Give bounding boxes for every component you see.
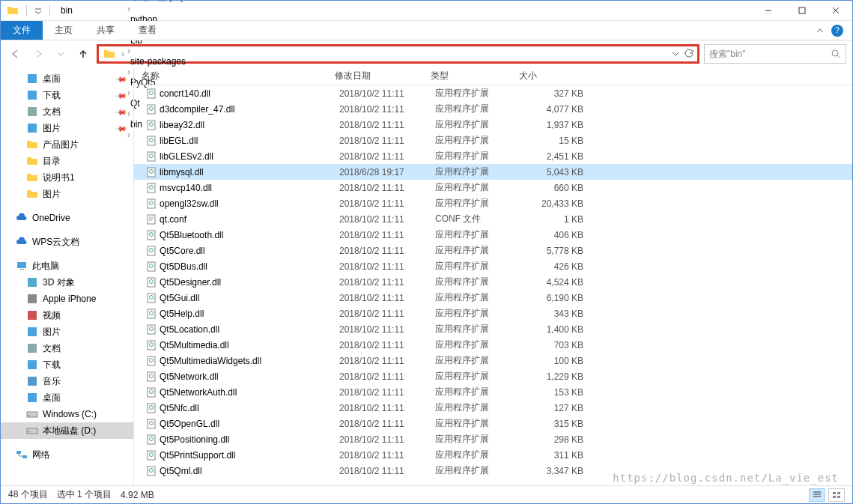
file-row[interactable]: Qt5NetworkAuth.dll2018/10/2 11:11应用程序扩展1… [134,384,852,400]
sidebar-item[interactable]: 桌面 [1,389,133,406]
file-row[interactable]: Qt5Gui.dll2018/10/2 11:11应用程序扩展6,190 KB [134,290,852,306]
sidebar-item[interactable]: WPS云文档 [1,234,133,250]
close-button[interactable] [819,1,852,21]
sidebar-item[interactable]: 此电脑 [1,258,133,274]
file-row[interactable]: libeay32.dll2018/10/2 11:11应用程序扩展1,937 K… [134,117,852,133]
sidebar-item-label: 图片 [43,122,61,135]
sidebar-item[interactable]: Apple iPhone [1,291,133,307]
chevron-right-icon[interactable]: › [126,4,132,14]
file-row[interactable]: Qt5Location.dll2018/10/2 11:11应用程序扩展1,40… [134,321,852,337]
net-icon [16,449,28,461]
file-row[interactable]: Qt5Network.dll2018/10/2 11:11应用程序扩展1,229… [134,368,852,384]
svg-rect-10 [28,311,37,320]
video-icon [26,309,38,321]
sidebar-item[interactable]: 下载 [1,356,133,373]
qat-overflow-icon[interactable] [34,7,42,14]
sidebar-item[interactable]: 网络 [1,446,133,463]
tab-home[interactable]: 主页 [43,21,85,40]
file-row[interactable]: libmysql.dll2018/6/28 19:17应用程序扩展5,043 K… [134,164,852,180]
sidebar-item[interactable]: 视频 [1,307,133,324]
file-row[interactable]: libEGL.dll2018/10/2 11:11应用程序扩展15 KB [134,133,852,148]
col-type[interactable]: 类型 [423,70,512,82]
sidebar-item[interactable]: Windows (C:) [1,406,133,422]
pin-icon: 📌 [115,122,127,134]
sidebar[interactable]: 桌面📌下载📌文档📌图片📌产品图片目录说明书1图片OneDriveWPS云文档此电… [1,67,134,485]
col-date[interactable]: 修改日期 [327,70,423,82]
sidebar-item[interactable]: OneDrive [1,210,133,226]
file-row[interactable]: msvcp140.dll2018/10/2 11:11应用程序扩展660 KB [134,180,852,195]
chevron-right-icon[interactable]: › [126,46,132,56]
file-type: 应用程序扩展 [435,433,523,446]
file-row[interactable]: Qt5Positioning.dll2018/10/2 11:11应用程序扩展2… [134,431,852,447]
file-row[interactable]: Qt5Bluetooth.dll2018/10/2 11:11应用程序扩展406… [134,227,852,243]
file-date: 2018/10/2 11:11 [339,183,435,193]
col-size[interactable]: 大小 [512,70,579,82]
sidebar-item[interactable]: 文档📌 [1,103,133,120]
file-list[interactable]: concrt140.dll2018/10/2 11:11应用程序扩展327 KB… [134,85,852,485]
file-row[interactable]: d3dcompiler_47.dll2018/10/2 11:11应用程序扩展4… [134,101,852,117]
breadcrumb-item[interactable]: 本地磁盘 (D:) [126,0,190,4]
breadcrumb-item[interactable]: site-packages [126,56,190,67]
file-row[interactable]: Qt5DBus.dll2018/10/2 11:11应用程序扩展426 KB [134,258,852,274]
sidebar-item[interactable]: 下载📌 [1,87,133,103]
view-details-button[interactable] [809,488,825,502]
search-input[interactable]: 搜索"bin" [704,44,846,64]
minimize-button[interactable] [751,1,785,21]
file-size: 127 KB [523,403,583,413]
col-name[interactable]: 名称 [134,70,327,82]
up-button[interactable] [74,45,92,63]
file-row[interactable]: Qt5Help.dll2018/10/2 11:11应用程序扩展343 KB [134,306,852,321]
sidebar-item[interactable]: 文档 [1,340,133,356]
sidebar-item[interactable]: 图片📌 [1,120,133,136]
file-row[interactable]: Qt5Designer.dll2018/10/2 11:11应用程序扩展4,52… [134,274,852,290]
file-icon [146,403,160,413]
tab-share[interactable]: 共享 [85,21,127,40]
file-row[interactable]: Qt5MultimediaWidgets.dll2018/10/2 11:11应… [134,353,852,368]
file-row[interactable]: qt.conf2018/10/2 11:11CONF 文件1 KB [134,211,852,227]
file-row[interactable]: concrt140.dll2018/10/2 11:11应用程序扩展327 KB [134,85,852,101]
file-size: 1,937 KB [523,120,583,130]
sidebar-item[interactable]: 3D 对象 [1,274,133,291]
refresh-icon[interactable] [684,49,694,59]
file-row[interactable]: Qt5PrintSupport.dll2018/10/2 11:11应用程序扩展… [134,447,852,463]
svg-rect-30 [148,152,155,161]
maximize-button[interactable] [785,1,819,21]
file-date: 2018/10/2 11:11 [339,419,435,429]
chevron-right-icon[interactable]: › [120,49,126,59]
svg-rect-59 [148,388,155,397]
svg-point-1 [832,50,838,56]
svg-rect-24 [148,105,155,114]
file-row[interactable]: Qt5Nfc.dll2018/10/2 11:11应用程序扩展127 KB [134,400,852,416]
ribbon-expand-icon[interactable] [816,27,824,34]
file-type: 应用程序扩展 [435,103,523,115]
tab-file[interactable]: 文件 [1,21,43,40]
sidebar-item[interactable]: 目录 [1,153,133,169]
view-icons-button[interactable] [828,488,845,502]
sidebar-item[interactable]: 产品图片 [1,136,133,153]
sidebar-item[interactable]: 图片 [1,324,133,340]
file-type: 应用程序扩展 [435,228,523,241]
recent-dropdown[interactable] [52,45,70,63]
file-date: 2018/10/2 11:11 [339,466,435,476]
help-icon[interactable]: ? [831,25,843,37]
file-icon [146,88,160,99]
back-button[interactable] [7,45,25,63]
file-row[interactable]: libGLESv2.dll2018/10/2 11:11应用程序扩展2,451 … [134,148,852,164]
sidebar-item[interactable]: 说明书1 [1,169,133,186]
forward-button[interactable] [29,45,47,63]
tab-view[interactable]: 查看 [127,21,169,40]
file-row[interactable]: Qt5Core.dll2018/10/2 11:11应用程序扩展5,778 KB [134,243,852,258]
sidebar-item[interactable]: 本地磁盘 (D:) [1,422,133,439]
file-row[interactable]: opengl32sw.dll2018/10/2 11:11应用程序扩展20,43… [134,195,852,211]
address-bar[interactable]: › 此电脑›本地磁盘 (D:)›python›Lib›site-packages… [97,44,699,64]
dropdown-icon[interactable] [672,50,679,58]
file-type: 应用程序扩展 [435,291,523,304]
sidebar-item[interactable]: 图片 [1,186,133,202]
sidebar-item[interactable]: 音乐 [1,373,133,389]
sidebar-item-label: 音乐 [43,375,61,388]
file-row[interactable]: Qt5OpenGL.dll2018/10/2 11:11应用程序扩展315 KB [134,416,852,431]
file-row[interactable]: Qt5Qml.dll2018/10/2 11:11应用程序扩展3,347 KB [134,463,852,479]
sidebar-item[interactable]: 桌面📌 [1,70,133,87]
file-row[interactable]: Qt5Multimedia.dll2018/10/2 11:11应用程序扩展70… [134,337,852,353]
file-name: Qt5Bluetooth.dll [160,230,339,240]
